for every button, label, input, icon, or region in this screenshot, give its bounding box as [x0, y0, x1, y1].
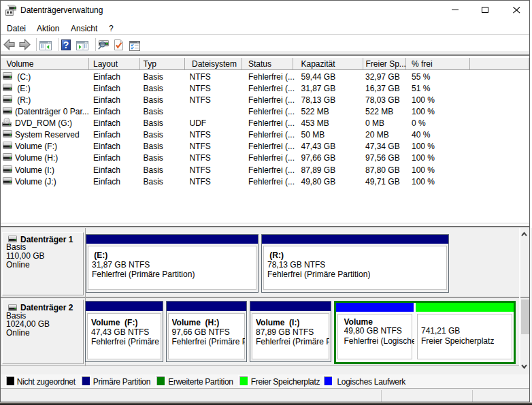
- svg-text:?: ?: [63, 39, 69, 50]
